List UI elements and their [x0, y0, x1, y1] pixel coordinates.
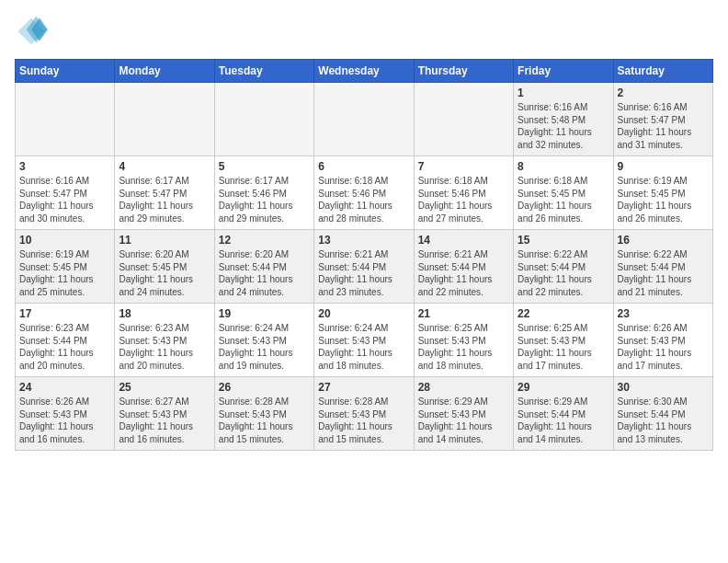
calendar-cell: 14Sunrise: 6:21 AM Sunset: 5:44 PM Dayli… — [414, 230, 513, 304]
calendar-cell: 1Sunrise: 6:16 AM Sunset: 5:48 PM Daylig… — [514, 83, 613, 156]
calendar-cell: 17Sunrise: 6:23 AM Sunset: 5:44 PM Dayli… — [16, 304, 115, 377]
calendar-week-row: 24Sunrise: 6:26 AM Sunset: 5:43 PM Dayli… — [16, 377, 713, 451]
day-info: Sunrise: 6:22 AM Sunset: 5:44 PM Dayligh… — [518, 248, 609, 298]
calendar-cell: 25Sunrise: 6:27 AM Sunset: 5:43 PM Dayli… — [115, 377, 214, 451]
calendar-cell: 10Sunrise: 6:19 AM Sunset: 5:45 PM Dayli… — [16, 230, 115, 304]
day-info: Sunrise: 6:29 AM Sunset: 5:44 PM Dayligh… — [518, 396, 609, 445]
calendar-cell: 5Sunrise: 6:17 AM Sunset: 5:46 PM Daylig… — [214, 156, 313, 230]
calendar-cell: 4Sunrise: 6:17 AM Sunset: 5:47 PM Daylig… — [115, 156, 214, 230]
calendar-cell: 3Sunrise: 6:16 AM Sunset: 5:47 PM Daylig… — [16, 156, 115, 230]
calendar-cell: 12Sunrise: 6:20 AM Sunset: 5:44 PM Dayli… — [214, 230, 313, 304]
day-info: Sunrise: 6:26 AM Sunset: 5:43 PM Dayligh… — [19, 396, 110, 445]
calendar-cell: 27Sunrise: 6:28 AM Sunset: 5:43 PM Dayli… — [314, 377, 414, 451]
calendar-cell: 9Sunrise: 6:19 AM Sunset: 5:45 PM Daylig… — [613, 156, 712, 230]
day-number: 8 — [518, 160, 609, 173]
calendar-week-row: 17Sunrise: 6:23 AM Sunset: 5:44 PM Dayli… — [16, 304, 713, 377]
day-info: Sunrise: 6:30 AM Sunset: 5:44 PM Dayligh… — [618, 396, 709, 445]
calendar-cell — [214, 83, 313, 156]
calendar-table: SundayMondayTuesdayWednesdayThursdayFrid… — [15, 59, 713, 451]
weekday-header-sunday: Sunday — [16, 60, 115, 83]
calendar-cell: 15Sunrise: 6:22 AM Sunset: 5:44 PM Dayli… — [514, 230, 613, 304]
day-number: 3 — [19, 160, 110, 173]
day-number: 6 — [318, 160, 409, 173]
calendar-cell: 28Sunrise: 6:29 AM Sunset: 5:43 PM Dayli… — [414, 377, 513, 451]
day-info: Sunrise: 6:20 AM Sunset: 5:44 PM Dayligh… — [219, 248, 310, 298]
day-info: Sunrise: 6:18 AM Sunset: 5:45 PM Dayligh… — [518, 175, 609, 224]
calendar-cell: 19Sunrise: 6:24 AM Sunset: 5:43 PM Dayli… — [214, 304, 313, 377]
day-number: 9 — [618, 160, 709, 173]
day-info: Sunrise: 6:20 AM Sunset: 5:45 PM Dayligh… — [119, 248, 210, 298]
calendar-cell — [16, 83, 115, 156]
calendar-cell: 22Sunrise: 6:25 AM Sunset: 5:43 PM Dayli… — [514, 304, 613, 377]
weekday-header-tuesday: Tuesday — [214, 60, 313, 83]
day-number: 25 — [119, 381, 210, 394]
calendar-cell: 20Sunrise: 6:24 AM Sunset: 5:43 PM Dayli… — [314, 304, 414, 377]
day-info: Sunrise: 6:22 AM Sunset: 5:44 PM Dayligh… — [618, 248, 709, 298]
calendar-cell: 7Sunrise: 6:18 AM Sunset: 5:46 PM Daylig… — [414, 156, 513, 230]
day-info: Sunrise: 6:19 AM Sunset: 5:45 PM Dayligh… — [19, 248, 110, 298]
calendar-cell: 26Sunrise: 6:28 AM Sunset: 5:43 PM Dayli… — [214, 377, 313, 451]
calendar-cell: 6Sunrise: 6:18 AM Sunset: 5:46 PM Daylig… — [314, 156, 414, 230]
day-info: Sunrise: 6:25 AM Sunset: 5:43 PM Dayligh… — [418, 322, 509, 372]
day-info: Sunrise: 6:23 AM Sunset: 5:44 PM Dayligh… — [19, 322, 110, 372]
day-info: Sunrise: 6:21 AM Sunset: 5:44 PM Dayligh… — [318, 248, 409, 298]
day-number: 27 — [318, 381, 409, 394]
day-number: 12 — [219, 234, 310, 247]
day-number: 29 — [518, 381, 609, 394]
day-number: 21 — [418, 307, 509, 320]
day-number: 15 — [518, 234, 609, 247]
day-info: Sunrise: 6:26 AM Sunset: 5:43 PM Dayligh… — [618, 322, 709, 372]
logo-icon — [15, 15, 48, 48]
day-number: 30 — [618, 381, 709, 394]
day-number: 16 — [618, 234, 709, 247]
day-info: Sunrise: 6:29 AM Sunset: 5:43 PM Dayligh… — [418, 396, 509, 445]
day-number: 19 — [219, 307, 310, 320]
day-number: 5 — [219, 160, 310, 173]
day-info: Sunrise: 6:17 AM Sunset: 5:46 PM Dayligh… — [219, 175, 310, 224]
day-info: Sunrise: 6:25 AM Sunset: 5:43 PM Dayligh… — [518, 322, 609, 372]
calendar-cell: 18Sunrise: 6:23 AM Sunset: 5:43 PM Dayli… — [115, 304, 214, 377]
day-number: 22 — [518, 307, 609, 320]
calendar-week-row: 3Sunrise: 6:16 AM Sunset: 5:47 PM Daylig… — [16, 156, 713, 230]
calendar-cell — [314, 83, 414, 156]
day-info: Sunrise: 6:27 AM Sunset: 5:43 PM Dayligh… — [119, 396, 210, 445]
calendar-cell: 11Sunrise: 6:20 AM Sunset: 5:45 PM Dayli… — [115, 230, 214, 304]
calendar-week-row: 1Sunrise: 6:16 AM Sunset: 5:48 PM Daylig… — [16, 83, 713, 156]
calendar-week-row: 10Sunrise: 6:19 AM Sunset: 5:45 PM Dayli… — [16, 230, 713, 304]
calendar-cell: 13Sunrise: 6:21 AM Sunset: 5:44 PM Dayli… — [314, 230, 414, 304]
day-number: 18 — [119, 307, 210, 320]
day-info: Sunrise: 6:28 AM Sunset: 5:43 PM Dayligh… — [318, 396, 409, 445]
day-info: Sunrise: 6:16 AM Sunset: 5:47 PM Dayligh… — [618, 101, 709, 151]
day-info: Sunrise: 6:16 AM Sunset: 5:48 PM Dayligh… — [518, 101, 609, 151]
day-info: Sunrise: 6:23 AM Sunset: 5:43 PM Dayligh… — [119, 322, 210, 372]
weekday-header-row: SundayMondayTuesdayWednesdayThursdayFrid… — [16, 60, 713, 83]
logo — [15, 15, 51, 48]
day-info: Sunrise: 6:24 AM Sunset: 5:43 PM Dayligh… — [219, 322, 310, 372]
day-info: Sunrise: 6:28 AM Sunset: 5:43 PM Dayligh… — [219, 396, 310, 445]
day-number: 2 — [618, 86, 709, 99]
calendar-cell — [115, 83, 214, 156]
calendar-cell: 24Sunrise: 6:26 AM Sunset: 5:43 PM Dayli… — [16, 377, 115, 451]
day-number: 7 — [418, 160, 509, 173]
day-info: Sunrise: 6:19 AM Sunset: 5:45 PM Dayligh… — [618, 175, 709, 224]
day-info: Sunrise: 6:16 AM Sunset: 5:47 PM Dayligh… — [19, 175, 110, 224]
weekday-header-friday: Friday — [514, 60, 613, 83]
weekday-header-saturday: Saturday — [613, 60, 712, 83]
day-number: 28 — [418, 381, 509, 394]
day-info: Sunrise: 6:18 AM Sunset: 5:46 PM Dayligh… — [418, 175, 509, 224]
day-info: Sunrise: 6:18 AM Sunset: 5:46 PM Dayligh… — [318, 175, 409, 224]
day-number: 26 — [219, 381, 310, 394]
day-number: 23 — [618, 307, 709, 320]
day-number: 17 — [19, 307, 110, 320]
day-number: 14 — [418, 234, 509, 247]
weekday-header-monday: Monday — [115, 60, 214, 83]
calendar-body: 1Sunrise: 6:16 AM Sunset: 5:48 PM Daylig… — [16, 83, 713, 451]
weekday-header-wednesday: Wednesday — [314, 60, 414, 83]
calendar-cell: 2Sunrise: 6:16 AM Sunset: 5:47 PM Daylig… — [613, 83, 712, 156]
day-number: 1 — [518, 86, 609, 99]
calendar-header: SundayMondayTuesdayWednesdayThursdayFrid… — [16, 60, 713, 83]
day-number: 11 — [119, 234, 210, 247]
weekday-header-thursday: Thursday — [414, 60, 513, 83]
calendar-cell: 16Sunrise: 6:22 AM Sunset: 5:44 PM Dayli… — [613, 230, 712, 304]
day-info: Sunrise: 6:17 AM Sunset: 5:47 PM Dayligh… — [119, 175, 210, 224]
